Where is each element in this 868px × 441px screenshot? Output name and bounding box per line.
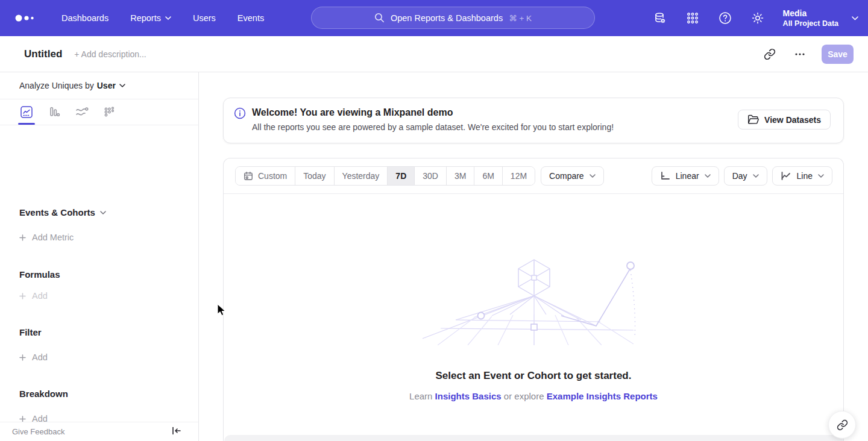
- line-chart-icon: [781, 171, 791, 181]
- tab-insights-line[interactable]: [19, 105, 34, 119]
- chevron-down-icon: [165, 16, 171, 20]
- scale-label: Linear: [676, 171, 699, 181]
- nav-events-label: Events: [237, 13, 264, 23]
- nav-users[interactable]: Users: [193, 13, 216, 23]
- project-name: Media: [783, 8, 838, 19]
- interval-dropdown[interactable]: Day: [724, 166, 767, 186]
- copy-link-icon[interactable]: [761, 46, 778, 63]
- save-button[interactable]: Save: [822, 45, 854, 64]
- add-filter-button[interactable]: Add: [19, 352, 48, 362]
- chevron-down-icon: [590, 174, 596, 178]
- range-today-button[interactable]: Today: [295, 167, 334, 185]
- selected-tab-underline: [18, 123, 35, 125]
- tab-retention-grid[interactable]: [102, 105, 117, 119]
- chevron-down-icon: [753, 174, 759, 178]
- apps-grid-icon[interactable]: [685, 11, 700, 25]
- view-datasets-button[interactable]: View Datasets: [738, 110, 831, 130]
- folder-icon: [747, 114, 759, 125]
- project-switcher[interactable]: Media All Project Data: [783, 8, 858, 28]
- empty-sub-or-explore: or explore: [504, 391, 544, 401]
- query-builder-sidebar: Analyze Uniques by User: [0, 72, 199, 441]
- chevron-down-icon: [818, 174, 824, 178]
- chart-type-label: Line: [797, 171, 813, 181]
- compare-dropdown[interactable]: Compare: [541, 166, 604, 186]
- range-yesterday-button[interactable]: Yesterday: [335, 167, 388, 185]
- tab-bar-chart[interactable]: [47, 105, 61, 119]
- analyze-by-selector[interactable]: User: [97, 81, 125, 90]
- chevron-down-icon: [705, 174, 711, 178]
- range-3m-button[interactable]: 3M: [447, 167, 474, 185]
- nav-right-cluster: Media All Project Data: [653, 0, 858, 36]
- collapse-sidebar-icon[interactable]: [172, 427, 181, 437]
- tab-flows[interactable]: [75, 105, 89, 119]
- filter-header: Filter: [19, 327, 42, 337]
- sidebar-footer: Give Feedback: [0, 422, 198, 441]
- nav-reports-label: Reports: [130, 13, 161, 23]
- nav-users-label: Users: [193, 13, 216, 23]
- share-link-fab[interactable]: [828, 411, 856, 439]
- add-formula-button[interactable]: Add: [19, 291, 48, 301]
- view-datasets-label: View Datasets: [764, 115, 821, 125]
- insights-basics-link[interactable]: Insights Basics: [435, 391, 502, 401]
- empty-state-subtitle: Learn Insights Basics or explore Example…: [224, 391, 843, 401]
- empty-state-illustration: [423, 255, 646, 345]
- help-icon[interactable]: [718, 11, 732, 25]
- report-title[interactable]: Untitled: [24, 48, 62, 60]
- compare-label: Compare: [549, 171, 584, 181]
- example-insights-reports-link[interactable]: Example Insights Reports: [547, 391, 658, 401]
- nav-dashboards[interactable]: Dashboards: [61, 13, 108, 23]
- analyze-selected-value: User: [97, 81, 116, 90]
- mixpanel-logo-icon[interactable]: [13, 12, 40, 24]
- search-placeholder: Open Reports & Dashboards: [391, 13, 503, 23]
- data-management-icon[interactable]: [653, 11, 667, 25]
- range-7d-button[interactable]: 7D: [388, 167, 415, 185]
- search-icon: [374, 13, 385, 23]
- range-custom-button[interactable]: Custom: [236, 167, 295, 185]
- range-6m-button[interactable]: 6M: [474, 167, 502, 185]
- settings-gear-icon[interactable]: [750, 11, 765, 25]
- chart-type-dropdown[interactable]: Line: [772, 166, 832, 186]
- more-options-icon[interactable]: [791, 46, 808, 63]
- plus-icon: [19, 354, 26, 361]
- plus-icon: [19, 416, 26, 422]
- nav-reports[interactable]: Reports: [130, 13, 171, 23]
- primary-nav: Dashboards Reports Users Events: [61, 13, 264, 23]
- add-metric-button[interactable]: Add Metric: [19, 233, 74, 242]
- calendar-icon: [244, 171, 253, 181]
- events-cohorts-header[interactable]: Events & Cohorts: [19, 207, 106, 217]
- search-shortcut: ⌘ + K: [509, 13, 532, 23]
- top-nav: Dashboards Reports Users Events Open Rep…: [0, 0, 868, 36]
- scale-dropdown[interactable]: Linear: [652, 166, 719, 186]
- nav-dashboards-label: Dashboards: [61, 13, 108, 23]
- insights-chart-card: Custom Today Yesterday 7D 30D 3M 6M 12M …: [223, 158, 844, 441]
- plus-icon: [19, 234, 26, 241]
- chevron-down-icon: [852, 16, 858, 20]
- empty-state-title: Select an Event or Cohort to get started…: [224, 370, 843, 382]
- report-actions: Save: [761, 45, 854, 64]
- formulas-header: Formulas: [19, 269, 60, 280]
- interval-label: Day: [732, 171, 747, 181]
- add-metric-label: Add Metric: [32, 233, 74, 242]
- mixpanel-insights-app: Dashboards Reports Users Events Open Rep…: [0, 0, 868, 441]
- demo-welcome-banner: Welcome! You are viewing a Mixpanel demo…: [223, 98, 844, 143]
- global-search-input[interactable]: Open Reports & Dashboards ⌘ + K: [311, 7, 595, 29]
- banner-title: Welcome! You are viewing a Mixpanel demo: [252, 107, 453, 118]
- link-icon: [837, 419, 848, 431]
- chart-display-controls: Linear Day Line: [652, 166, 832, 186]
- plus-icon: [19, 293, 26, 299]
- add-filter-label: Add: [32, 352, 48, 362]
- banner-subtitle: All the reports you see are powered by a…: [252, 122, 614, 132]
- chevron-down-icon: [119, 84, 125, 87]
- range-12m-button[interactable]: 12M: [503, 167, 535, 185]
- chevron-down-icon: [100, 211, 106, 214]
- nav-events[interactable]: Events: [237, 13, 264, 23]
- add-formula-label: Add: [32, 291, 48, 301]
- filter-label: Filter: [19, 327, 42, 337]
- report-description-placeholder[interactable]: + Add description...: [74, 49, 146, 59]
- breakdown-label: Breakdown: [19, 389, 68, 399]
- project-scope: All Project Data: [783, 19, 838, 28]
- analyze-prefix-label: Analyze Uniques by: [19, 81, 94, 90]
- give-feedback-link[interactable]: Give Feedback: [12, 427, 64, 436]
- report-header: Untitled + Add description... Save: [0, 36, 868, 72]
- range-30d-button[interactable]: 30D: [415, 167, 447, 185]
